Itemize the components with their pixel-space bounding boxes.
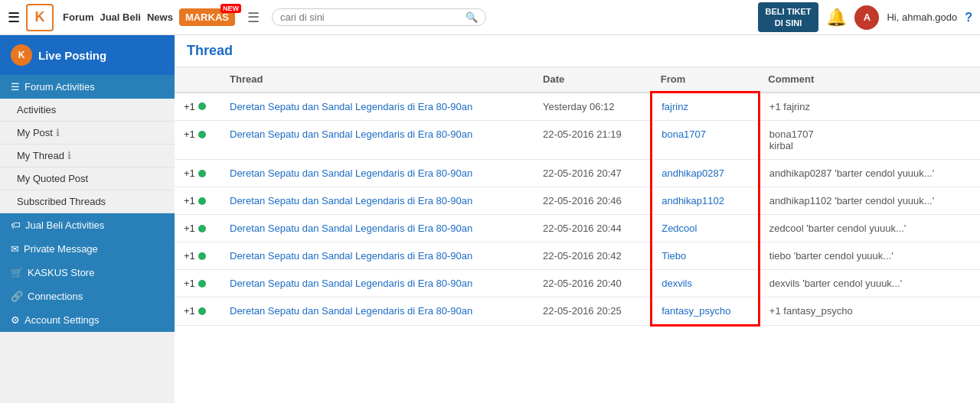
thread-cell: Deretan Sepatu dan Sandal Legendaris di … [220, 242, 534, 270]
dot-icon [198, 102, 206, 110]
sidebar-item-my-thread[interactable]: My Thread ℹ [0, 145, 175, 167]
date-cell: 22-05-2016 20:47 [534, 160, 652, 187]
sidebar-kaskus-store[interactable]: 🛒 KASKUS Store [0, 261, 175, 284]
table-row: +1 Deretan Sepatu dan Sandal Legendaris … [175, 93, 980, 121]
menu-icon[interactable]: ☰ [247, 9, 260, 26]
notification-icon[interactable]: 🔔 [826, 8, 847, 28]
sidebar-item-subscribed-threads[interactable]: Subscribed Threads [0, 190, 175, 213]
thread-link[interactable]: Deretan Sepatu dan Sandal Legendaris di … [230, 223, 472, 234]
jual-beli-link[interactable]: Jual Beli [100, 11, 140, 23]
my-thread-info-icon: ℹ [67, 150, 71, 161]
thread-link[interactable]: Deretan Sepatu dan Sandal Legendaris di … [230, 101, 472, 112]
hamburger-icon[interactable]: ☰ [8, 9, 20, 26]
vote-number: +1 [184, 101, 195, 112]
kaskus-store-icon: 🛒 [11, 267, 23, 278]
search-icon[interactable]: 🔍 [466, 11, 478, 23]
from-link[interactable]: bona1707 [662, 128, 706, 140]
thread-link[interactable]: Deretan Sepatu dan Sandal Legendaris di … [230, 128, 472, 140]
dot-icon [198, 252, 206, 260]
sidebar-account-settings[interactable]: ⚙ Account Settings [0, 308, 175, 332]
date-cell: 22-05-2016 21:19 [534, 121, 652, 160]
vote-number: +1 [184, 128, 195, 140]
vote-cell: +1 [175, 160, 220, 187]
comment-cell: +1 fajrinz [759, 93, 980, 121]
logo[interactable]: K [26, 4, 54, 31]
jual-beli-icon: 🏷 [11, 219, 21, 231]
navbar: ☰ K Forum Jual Beli News MARKAS NEW ☰ 🔍 … [0, 0, 980, 35]
from-link[interactable]: fantasy_psycho [662, 305, 730, 317]
my-post-info-icon: ℹ [56, 127, 60, 138]
vote-number: +1 [184, 278, 195, 289]
table-row: +1 Deretan Sepatu dan Sandal Legendaris … [175, 297, 980, 326]
date-cell: 22-05-2016 20:46 [534, 187, 652, 215]
thread-link[interactable]: Deretan Sepatu dan Sandal Legendaris di … [230, 305, 472, 317]
new-badge: NEW [220, 4, 241, 13]
from-link[interactable]: Zedcool [662, 223, 697, 234]
col-header-comment: Comment [759, 67, 980, 93]
vote-number: +1 [184, 195, 195, 206]
sidebar-item-activities[interactable]: Activities [0, 99, 175, 122]
sidebar-item-my-post[interactable]: My Post ℹ [0, 122, 175, 145]
dot-icon [198, 197, 206, 205]
vote-cell: +1 [175, 121, 220, 160]
thread-link[interactable]: Deretan Sepatu dan Sandal Legendaris di … [230, 167, 472, 179]
date-cell: Yesterday 06:12 [534, 93, 652, 121]
thread-link[interactable]: Deretan Sepatu dan Sandal Legendaris di … [230, 278, 472, 289]
from-cell: dexvils [652, 270, 760, 297]
sidebar-private-message[interactable]: ✉ Private Message [0, 237, 175, 261]
news-link[interactable]: News [147, 11, 173, 23]
sidebar-live-posting[interactable]: K Live Posting [0, 35, 175, 75]
sidebar-item-my-quoted-post[interactable]: My Quoted Post [0, 167, 175, 190]
thread-table: Thread Date From Comment +1 Deretan Sepa… [175, 67, 980, 327]
avatar[interactable]: A [854, 5, 879, 30]
thread-link[interactable]: Deretan Sepatu dan Sandal Legendaris di … [230, 195, 472, 206]
navbar-right: BELI TIKETDI SINI 🔔 A Hi, ahmah.godo ? [758, 2, 972, 32]
table-row: +1 Deretan Sepatu dan Sandal Legendaris … [175, 121, 980, 160]
main-content: Thread Thread Date From Comment +1 [175, 35, 980, 403]
thread-cell: Deretan Sepatu dan Sandal Legendaris di … [220, 297, 534, 326]
from-link[interactable]: andhikap0287 [662, 167, 724, 179]
search-box[interactable]: 🔍 [272, 8, 486, 26]
date-cell: 22-05-2016 20:44 [534, 215, 652, 242]
live-posting-icon: K [11, 44, 32, 66]
table-row: +1 Deretan Sepatu dan Sandal Legendaris … [175, 270, 980, 297]
forum-link[interactable]: Forum [63, 11, 93, 23]
username-label: Hi, ahmah.godo [887, 11, 957, 23]
from-link[interactable]: dexvils [662, 278, 692, 289]
from-cell: Tiebo [652, 242, 760, 270]
account-settings-icon: ⚙ [11, 314, 20, 326]
vote-cell: +1 [175, 297, 220, 326]
sidebar-connections[interactable]: 🔗 Connections [0, 284, 175, 308]
sidebar-jual-beli-activities[interactable]: 🏷 Jual Beli Activities [0, 213, 175, 237]
from-cell: Zedcool [652, 215, 760, 242]
thread-link[interactable]: Deretan Sepatu dan Sandal Legendaris di … [230, 250, 472, 262]
vote-number: +1 [184, 167, 195, 179]
from-cell: fantasy_psycho [652, 297, 760, 326]
dot-icon [198, 170, 206, 177]
date-cell: 22-05-2016 20:25 [534, 297, 652, 326]
from-cell: andhikap1102 [652, 187, 760, 215]
thread-cell: Deretan Sepatu dan Sandal Legendaris di … [220, 160, 534, 187]
table-row: +1 Deretan Sepatu dan Sandal Legendaris … [175, 160, 980, 187]
private-message-icon: ✉ [11, 243, 19, 255]
col-header-empty [175, 67, 220, 93]
from-link[interactable]: Tiebo [662, 250, 686, 262]
table-header-row: Thread Date From Comment [175, 67, 980, 93]
sidebar-forum-activities-header[interactable]: ☰ Forum Activities [0, 75, 175, 99]
vote-number: +1 [184, 305, 195, 317]
thread-cell: Deretan Sepatu dan Sandal Legendaris di … [220, 121, 534, 160]
thread-cell: Deretan Sepatu dan Sandal Legendaris di … [220, 93, 534, 121]
thread-cell: Deretan Sepatu dan Sandal Legendaris di … [220, 270, 534, 297]
col-header-from: From [652, 67, 760, 93]
sidebar: K Live Posting ☰ Forum Activities Activi… [0, 35, 175, 403]
from-link[interactable]: andhikap1102 [662, 195, 724, 206]
help-icon[interactable]: ? [965, 11, 972, 24]
from-link[interactable]: fajrinz [662, 101, 688, 112]
search-input[interactable] [280, 11, 462, 23]
beli-tiket-button[interactable]: BELI TIKETDI SINI [758, 2, 819, 32]
dot-icon [198, 225, 206, 232]
vote-cell: +1 [175, 93, 220, 121]
dot-icon [198, 280, 206, 288]
markas-button[interactable]: MARKAS NEW [179, 8, 235, 26]
table-row: +1 Deretan Sepatu dan Sandal Legendaris … [175, 215, 980, 242]
